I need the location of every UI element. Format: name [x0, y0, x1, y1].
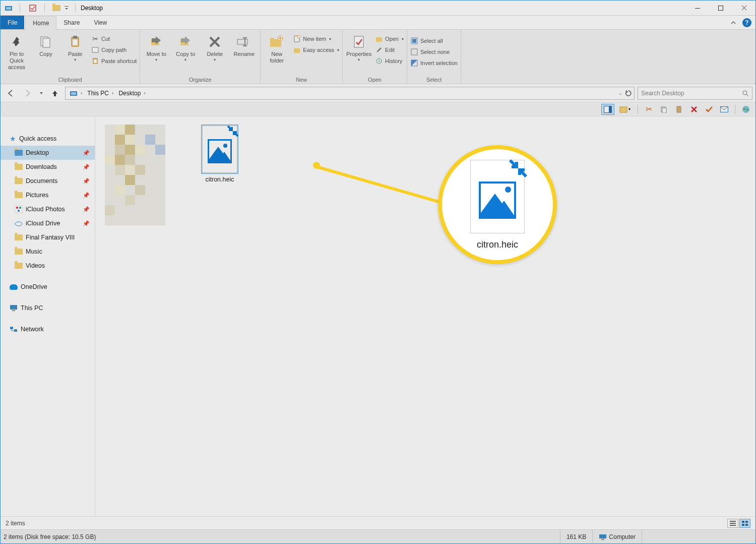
svg-rect-17 [244, 37, 245, 46]
svg-rect-30 [412, 39, 416, 43]
tab-view[interactable]: View [87, 16, 114, 29]
file-item-pixelated[interactable] [100, 125, 170, 225]
up-button[interactable] [48, 86, 62, 100]
sidebar-quick-access[interactable]: ★Quick access [1, 132, 95, 146]
svg-rect-51 [10, 327, 13, 329]
status-computer: Computer [592, 530, 642, 543]
file-name-label: citron.heic [206, 176, 234, 183]
status-size: 161 KB [560, 530, 592, 543]
tb-delete-icon[interactable] [687, 104, 701, 115]
qat-folder-icon[interactable] [51, 3, 62, 14]
ribbon-tabs: File Home Share View ? [1, 16, 755, 30]
close-button[interactable] [732, 1, 755, 16]
cut-button[interactable]: ✂Cut [91, 35, 137, 43]
secondary-toolbar: ▾ ✂ [1, 102, 755, 116]
copy-path-button[interactable]: Copy path [91, 46, 137, 54]
file-item-citron-heic[interactable]: citron.heic [185, 125, 255, 183]
open-button[interactable]: Open▾ [375, 35, 404, 43]
back-button[interactable] [4, 86, 18, 100]
tb-copy-icon[interactable] [657, 104, 670, 115]
address-bar[interactable]: › This PC› Desktop› ⌵ [65, 87, 635, 100]
file-list-area[interactable]: citron.heic citron.heic [95, 117, 755, 516]
pin-quick-access-button[interactable]: Pin to Quick access [4, 32, 30, 71]
svg-rect-60 [599, 534, 606, 538]
paste-button[interactable]: Paste ▾ [62, 32, 88, 62]
svg-rect-7 [43, 38, 50, 47]
maximize-button[interactable] [709, 1, 732, 16]
zoom-callout: citron.heic [438, 145, 557, 264]
tab-file[interactable]: File [1, 16, 24, 29]
new-folder-button[interactable]: New folder [264, 32, 290, 64]
history-button[interactable]: History [375, 57, 404, 65]
qat-properties-icon[interactable] [27, 3, 38, 14]
crumb-desktop[interactable]: Desktop› [116, 90, 148, 97]
invert-selection-button[interactable]: Invert selection [410, 59, 458, 67]
sidebar-item-documents[interactable]: Documents📌 [1, 174, 95, 188]
sidebar-onedrive[interactable]: OneDrive [1, 280, 95, 294]
delete-button[interactable]: Delete▾ [202, 32, 228, 62]
qat-dropdown-icon[interactable] [63, 3, 70, 14]
tb-preview-pane-icon[interactable] [601, 104, 614, 115]
thumbnails-view-button[interactable] [739, 519, 750, 528]
ribbon-group-open: Properties▾ Open▾ Edit History Open [343, 30, 407, 84]
tab-home[interactable]: Home [25, 16, 56, 30]
sidebar-item-downloads[interactable]: Downloads📌 [1, 160, 95, 174]
recent-dropdown[interactable] [38, 86, 45, 100]
pin-icon: 📌 [83, 220, 90, 227]
help-icon[interactable]: ? [742, 18, 751, 27]
quick-access-toolbar [27, 3, 70, 14]
svg-rect-55 [730, 525, 736, 526]
sidebar-item-ffviii[interactable]: Final Fantasy VIII [1, 230, 95, 245]
svg-rect-16 [237, 39, 247, 44]
tb-options-icon[interactable]: ▾ [616, 104, 634, 115]
system-icon[interactable] [3, 2, 15, 14]
tb-globe-icon[interactable] [739, 104, 752, 115]
sidebar-item-videos[interactable]: Videos [1, 259, 95, 273]
properties-button[interactable]: Properties▾ [346, 32, 372, 62]
svg-point-45 [16, 207, 18, 209]
status-item-count: 2 items [6, 520, 25, 527]
sidebar-item-pictures[interactable]: Pictures📌 [1, 188, 95, 202]
svg-rect-50 [12, 310, 15, 311]
copy-to-button[interactable]: Copy to▾ [172, 32, 199, 62]
crumb-thispc[interactable]: This PC› [85, 90, 116, 97]
minimize-button[interactable] [686, 1, 709, 16]
forward-button[interactable] [21, 86, 35, 100]
paste-shortcut-button[interactable]: Paste shortcut [91, 57, 137, 65]
svg-rect-49 [10, 305, 17, 310]
tb-mail-icon[interactable] [718, 104, 731, 115]
file-explorer-window: Desktop File Home Share View ? Pin to Qu… [0, 0, 756, 544]
easy-access-button[interactable]: Easy access▾ [293, 46, 339, 54]
search-input[interactable]: Search Desktop [638, 87, 752, 100]
select-none-button[interactable]: Select none [410, 48, 458, 56]
edit-button[interactable]: Edit [375, 46, 404, 54]
sidebar-item-icloud-photos[interactable]: iCloud Photos📌 [1, 202, 95, 216]
svg-rect-11 [92, 47, 98, 52]
details-view-button[interactable] [727, 519, 738, 528]
sidebar-item-desktop[interactable]: Desktop📌 [1, 146, 95, 160]
sidebar-this-pc[interactable]: This PC [1, 301, 95, 315]
collapse-ribbon-icon[interactable] [728, 18, 738, 28]
tb-paste-icon[interactable] [672, 104, 685, 115]
crumb-icon[interactable]: › [68, 89, 85, 97]
refresh-icon[interactable] [625, 90, 632, 97]
move-to-button[interactable]: Move to▾ [143, 32, 169, 62]
svg-rect-41 [677, 106, 681, 112]
svg-rect-53 [730, 521, 736, 522]
svg-point-35 [743, 91, 747, 95]
tab-share[interactable]: Share [56, 16, 87, 29]
rename-button[interactable]: Rename [231, 32, 257, 57]
address-bar-row: › This PC› Desktop› ⌵ Search Desktop [1, 84, 755, 102]
svg-rect-56 [742, 521, 744, 523]
tb-cut-icon[interactable]: ✂ [642, 104, 655, 115]
select-all-button[interactable]: Select all [410, 37, 458, 45]
tb-apply-icon[interactable] [703, 104, 716, 115]
new-item-button[interactable]: New item▾ [293, 35, 339, 43]
sidebar-item-music[interactable]: Music [1, 245, 95, 259]
svg-rect-40 [662, 108, 666, 113]
address-dropdown-icon[interactable]: ⌵ [619, 90, 622, 96]
svg-rect-26 [354, 36, 363, 47]
copy-button[interactable]: Copy [33, 32, 59, 57]
sidebar-item-icloud-drive[interactable]: iCloud Drive📌 [1, 216, 95, 230]
sidebar-network[interactable]: Network [1, 322, 95, 336]
